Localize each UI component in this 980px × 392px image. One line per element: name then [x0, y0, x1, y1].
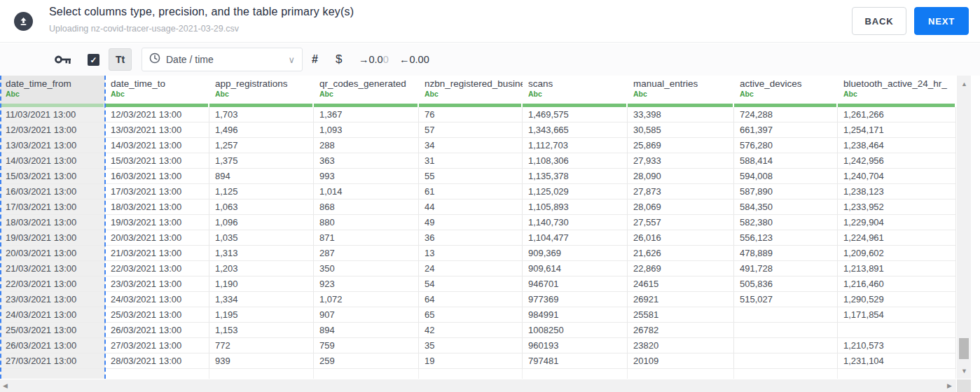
table-row: 23/03/2021 13:0024/03/2021 13:001,3341,0…: [0, 292, 956, 307]
column-header-manual_entries[interactable]: manual_entriesAbc: [628, 76, 734, 104]
cell: 27/03/2021 13:00: [105, 338, 209, 354]
cell: 28,069: [628, 200, 734, 215]
cell: 25581: [628, 307, 734, 323]
column-header-scans[interactable]: scansAbc: [523, 76, 628, 104]
column-name: app_registrations: [215, 78, 314, 89]
cell: 1,213,891: [838, 261, 956, 276]
wizard-header: Select columns type, precision, and the …: [0, 0, 980, 43]
scroll-right-arrow-icon[interactable]: ▶: [947, 383, 952, 389]
cell: 24615: [628, 276, 734, 292]
cell: 1,216,460: [838, 276, 956, 292]
cell: 35: [419, 338, 523, 354]
cell: 894: [209, 169, 314, 184]
data-preview-table: date_time_fromAbcdate_time_toAbcapp_regi…: [0, 76, 956, 392]
cell: 11/03/2021 13:00: [0, 107, 105, 122]
column-name: scans: [528, 78, 628, 89]
cell: 33,398: [628, 107, 734, 122]
column-header-date_time_from[interactable]: date_time_fromAbc: [0, 76, 105, 104]
cell: 1,014: [314, 184, 419, 200]
number-type-button[interactable]: #: [312, 43, 318, 76]
cell: 1,125,029: [523, 184, 628, 200]
primary-key-icon[interactable]: [55, 43, 71, 76]
column-type-badge: Abc: [6, 90, 105, 98]
cell: 1,093: [314, 122, 419, 138]
empty-cell: [209, 369, 314, 379]
back-button[interactable]: BACK: [852, 7, 906, 35]
column-header-nzbn_registered_busine[interactable]: nzbn_registered_busineAbc: [419, 76, 523, 104]
scroll-left-arrow-icon[interactable]: ◀: [3, 383, 8, 389]
column-name: active_devices: [740, 78, 838, 89]
cell: 1,496: [209, 122, 314, 138]
cell: 594,008: [734, 169, 838, 184]
next-button[interactable]: NEXT: [914, 7, 969, 35]
cell: 1,469,575: [523, 107, 628, 122]
cell: 44: [419, 200, 523, 215]
column-type-dropdown[interactable]: Date / time ∨: [142, 48, 303, 71]
cell: [734, 307, 838, 323]
column-name: manual_entries: [633, 78, 734, 89]
cell: 984991: [523, 307, 628, 323]
scroll-up-arrow-icon[interactable]: ▲: [961, 81, 967, 88]
cell: 960193: [523, 338, 628, 354]
cell: 724,288: [734, 107, 838, 122]
cell: 21,626: [628, 246, 734, 261]
cell: 478,889: [734, 246, 838, 261]
cell: 1,104,477: [523, 230, 628, 246]
decrease-decimal-button[interactable]: →0.00: [359, 43, 389, 76]
cell: 1,240,704: [838, 169, 956, 184]
column-selected-checkbox[interactable]: ✓: [88, 54, 99, 66]
table-row: 17/03/2021 13:0018/03/2021 13:001,063868…: [0, 200, 956, 215]
table-row: 24/03/2021 13:0025/03/2021 13:001,195907…: [0, 307, 956, 323]
cell: 1,343,665: [523, 122, 628, 138]
cell: 588,414: [734, 153, 838, 169]
column-header-app_registrations[interactable]: app_registrationsAbc: [209, 76, 314, 104]
cell: 576,280: [734, 138, 838, 153]
cell: 26/03/2021 13:00: [105, 323, 209, 338]
table-header-row: date_time_fromAbcdate_time_toAbcapp_regi…: [0, 76, 956, 104]
table-row: 15/03/2021 13:0016/03/2021 13:0089499355…: [0, 169, 956, 184]
cell: 587,890: [734, 184, 838, 200]
table-row: 22/03/2021 13:0023/03/2021 13:001,190923…: [0, 276, 956, 292]
cell: 1,209,602: [838, 246, 956, 261]
cell: 993: [314, 169, 419, 184]
cell: 26/03/2021 13:00: [0, 338, 105, 354]
empty-cell: [628, 369, 734, 379]
table-row: 13/03/2021 13:0014/03/2021 13:001,257288…: [0, 138, 956, 153]
column-header-active_devices[interactable]: active_devicesAbc: [734, 76, 838, 104]
cell: [734, 323, 838, 338]
currency-type-button[interactable]: $: [336, 43, 342, 76]
column-header-qr_codes_generated[interactable]: qr_codes_generatedAbc: [314, 76, 419, 104]
scroll-down-arrow-icon[interactable]: ▼: [961, 368, 967, 374]
cell: 1,112,703: [523, 138, 628, 153]
cell: [838, 323, 956, 338]
cell: 14/03/2021 13:00: [105, 138, 209, 153]
cell: 25,869: [628, 138, 734, 153]
horizontal-scrollbar[interactable]: ◀ ▶: [0, 379, 956, 392]
cell: 556,123: [734, 230, 838, 246]
cell: 13/03/2021 13:00: [105, 122, 209, 138]
cell: 42: [419, 323, 523, 338]
column-type-badge: Abc: [528, 90, 628, 98]
column-header-bluetooth_active_24_hr_[interactable]: bluetooth_active_24_hr_Abc: [838, 76, 956, 104]
column-type-badge: Abc: [319, 90, 419, 98]
vertical-scrollbar-thumb[interactable]: [959, 338, 969, 359]
text-type-button[interactable]: Tt: [109, 48, 132, 71]
increase-decimal-button[interactable]: ←0.00: [399, 43, 429, 76]
cell: 20109: [628, 354, 734, 369]
cell: 36: [419, 230, 523, 246]
column-header-date_time_to[interactable]: date_time_toAbc: [105, 76, 209, 104]
vertical-scrollbar[interactable]: ▲ ▼: [957, 76, 971, 379]
cell: 1,257: [209, 138, 314, 153]
cell: 1,224,961: [838, 230, 956, 246]
empty-cell: [523, 369, 628, 379]
cell: 1,105,893: [523, 200, 628, 215]
cell: 24/03/2021 13:00: [105, 292, 209, 307]
column-type-badge: Abc: [425, 90, 523, 98]
cell: 28,090: [628, 169, 734, 184]
cell: 515,027: [734, 292, 838, 307]
column-type-badge: Abc: [215, 90, 314, 98]
cell: 288: [314, 138, 419, 153]
cell: 1,313: [209, 246, 314, 261]
cell: 26782: [628, 323, 734, 338]
column-name: nzbn_registered_busine: [425, 78, 523, 89]
